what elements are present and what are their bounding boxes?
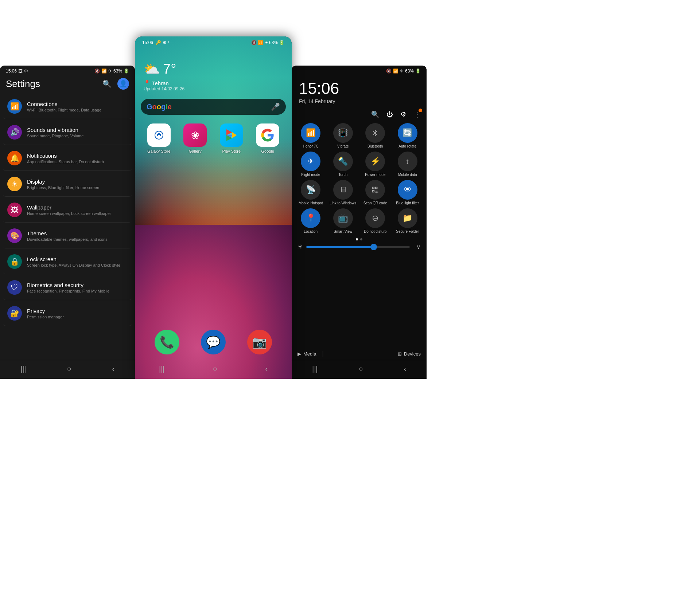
wallpaper-text: Wallpaper Home screen wallpaper, Lock sc…	[27, 204, 111, 216]
wifi-settings-icon: 📶	[10, 102, 19, 111]
qs-mute-icon: 🔇	[386, 68, 392, 74]
qs-tile-autorotate[interactable]: 🔄 Auto rotate	[393, 123, 423, 149]
media-button[interactable]: ▶ Media	[298, 351, 316, 357]
brightness-track[interactable]	[306, 246, 410, 248]
settings-item-wallpaper[interactable]: 🖼 Wallpaper Home screen wallpaper, Lock …	[3, 197, 132, 223]
app-galaxy-store[interactable]: Galaxy Store	[144, 123, 174, 153]
qs-search-icon[interactable]: 🔍	[371, 110, 379, 118]
home-key-icon: 🔑	[156, 40, 161, 45]
sounds-text: Sounds and vibration Sound mode, Rington…	[27, 127, 83, 138]
qs-tile-flightmode[interactable]: ✈ Flight mode	[296, 152, 326, 177]
wallpaper-subtitle: Home screen wallpaper, Lock screen wallp…	[27, 211, 111, 216]
settings-item-display[interactable]: ☀ Display Brightness, Blue light filter,…	[3, 172, 132, 197]
qs-tile-securefolder[interactable]: 📁 Secure Folder	[393, 208, 423, 234]
mobiledata-tile-icon: ↕	[398, 152, 417, 171]
qs-tile-windows[interactable]: 🖥 Link to Windows	[328, 180, 358, 205]
devices-button[interactable]: ⊞ Devices	[398, 351, 421, 357]
qs-tile-qr[interactable]: Scan QR code	[361, 180, 390, 205]
qs-tile-vibrate[interactable]: 📳 Vibrate	[328, 123, 358, 149]
settings-status-right: 🔇 📶 ✈ 63% 🔋	[94, 68, 129, 74]
phone-dock-icon: 📞	[155, 330, 179, 354]
settings-item-lockscreen[interactable]: 🔒 Lock screen Screen lock type, Always O…	[3, 249, 132, 274]
devices-label: Devices	[404, 351, 421, 357]
qs-tile-smartview[interactable]: 📺 Smart View	[328, 208, 358, 234]
qs-tile-torch[interactable]: 🔦 Torch	[328, 152, 358, 177]
privacy-icon: 🔐	[10, 309, 19, 318]
qs-tile-powermode[interactable]: ⚡ Power mode	[361, 152, 390, 177]
qs-settings-icon[interactable]: ⚙	[400, 110, 406, 118]
qs-tile-mobiledata[interactable]: ↕ Mobile data	[393, 152, 423, 177]
biometrics-icon: 🛡	[11, 283, 18, 292]
qs-statusbar: 🔇 📶 ✈ 63% 🔋	[292, 66, 427, 75]
qs-tile-bluetooth[interactable]: Bluetooth	[361, 123, 390, 149]
settings-item-notifications[interactable]: 🔔 Notifications App notifications, Statu…	[3, 146, 132, 171]
home-back-btn[interactable]: ‹	[265, 365, 268, 373]
battery-text: 63%	[113, 68, 122, 74]
smartview-tile-icon: 📺	[333, 208, 353, 228]
media-play-icon: ▶	[298, 351, 301, 357]
home-button[interactable]: ○	[67, 365, 71, 373]
messages-dock-icon: 💬	[201, 330, 226, 354]
recents-button[interactable]: |||	[20, 365, 26, 373]
qs-tile-hotspot[interactable]: 📡 Mobile Hotspot	[296, 180, 326, 205]
mic-icon[interactable]: 🎤	[271, 102, 280, 111]
play-store-icon	[220, 123, 243, 147]
battery-icon: 🔋	[124, 68, 129, 74]
settings-item-privacy[interactable]: 🔐 Privacy Permission manager	[3, 301, 132, 326]
dock-phone[interactable]: 📞	[155, 330, 179, 354]
home-dot-icon: ·	[170, 40, 171, 45]
themes-icon-wrap: 🎨	[7, 228, 22, 243]
qs-tile-dnd[interactable]: ⊖ Do not disturb	[361, 208, 390, 234]
weather-location: 📍 Tehran	[144, 80, 283, 86]
themes-subtitle: Downloadable themes, wallpapers, and ico…	[27, 237, 108, 242]
qs-home-btn[interactable]: ○	[358, 365, 363, 373]
back-button[interactable]: ‹	[112, 365, 114, 373]
qs-back-btn[interactable]: ‹	[404, 365, 406, 373]
qs-power-icon[interactable]: ⏻	[386, 111, 393, 118]
privacy-icon-wrap: 🔐	[7, 306, 22, 321]
gallery-icon: 🖼	[18, 68, 23, 74]
quick-settings-panel: 🔇 📶 ✈ 63% 🔋 15:06 Fri, 14 February 🔍 ⏻ ⚙…	[292, 66, 427, 379]
settings-gear-small: ⚙	[24, 68, 28, 74]
user-avatar[interactable]: 👤	[117, 78, 129, 90]
settings-item-biometrics[interactable]: 🛡 Biometrics and security Face recogniti…	[3, 275, 132, 300]
app-gallery[interactable]: ❀ Gallery	[180, 123, 211, 153]
home-recents-btn[interactable]: |||	[159, 365, 165, 373]
home-search-bar[interactable]: Google 🎤	[141, 99, 286, 115]
brightness-fill	[306, 246, 374, 248]
qs-tile-bluelight[interactable]: 👁 Blue light filter	[393, 180, 423, 205]
lock-icon: 🔒	[10, 257, 19, 266]
settings-search-icon[interactable]: 🔍	[102, 79, 112, 88]
qs-tiles-grid: 📶 Honor 7C 📳 Vibrate Bluetooth 🔄 Auto ro…	[292, 122, 427, 235]
qs-time: 15:06	[292, 75, 427, 98]
devices-grid-icon: ⊞	[398, 351, 402, 357]
app-play-store[interactable]: Play Store	[216, 123, 247, 153]
qs-recents-btn[interactable]: |||	[312, 365, 318, 373]
connections-text: Connections Wi-Fi, Bluetooth, Flight mod…	[27, 101, 101, 112]
google-logo: Google	[147, 103, 172, 111]
app-google[interactable]: Google	[253, 123, 283, 153]
galaxy-store-icon	[147, 123, 171, 147]
brightness-icon: ☀	[298, 243, 303, 250]
home-home-btn[interactable]: ○	[213, 365, 217, 373]
qs-tile-wifi[interactable]: 📶 Honor 7C	[296, 123, 326, 149]
weather-city: Tehran	[152, 80, 169, 86]
home-dock: 📞 💬 📷	[135, 324, 292, 360]
notif-subtitle: App notifications, Status bar, Do not di…	[27, 160, 104, 164]
qs-tile-location[interactable]: 📍 Location	[296, 208, 326, 234]
qs-wifi-icon: 📶	[393, 68, 398, 74]
connections-title: Connections	[27, 101, 101, 107]
dnd-tile-label: Do not disturb	[364, 230, 386, 234]
dock-messages[interactable]: 💬	[201, 330, 226, 354]
settings-item-sounds[interactable]: 🔊 Sounds and vibration Sound mode, Ringt…	[3, 120, 132, 145]
brightness-expand-icon[interactable]: ∨	[416, 243, 421, 250]
qs-more-icon[interactable]: ⋮	[413, 110, 421, 119]
home-navbar: ||| ○ ‹	[135, 360, 292, 379]
lock-title: Lock screen	[27, 256, 120, 262]
home-plane-icon: ✈	[264, 40, 268, 45]
dock-camera[interactable]: 📷	[247, 330, 272, 354]
settings-item-themes[interactable]: 🎨 Themes Downloadable themes, wallpapers…	[3, 223, 132, 248]
settings-item-connections[interactable]: 📶 Connections Wi-Fi, Bluetooth, Flight m…	[3, 94, 132, 119]
qs-date: Fri, 14 February	[292, 98, 427, 109]
flight-tile-label: Flight mode	[301, 173, 320, 177]
